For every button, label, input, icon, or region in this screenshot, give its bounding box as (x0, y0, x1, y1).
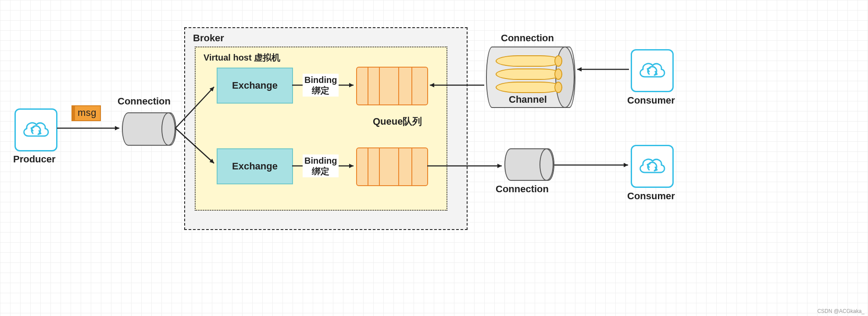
channel-tube-1 (496, 55, 562, 67)
connection-producer-cylinder (122, 112, 175, 144)
channel-tube-2 (496, 68, 562, 80)
consumer-2-label: Consumer (627, 190, 675, 202)
producer-label: Producer (13, 154, 56, 165)
consumer-2-icon (631, 145, 674, 188)
diagram-canvas: { "producer": { "label": "Producer" }, "… (0, 0, 868, 316)
binding-1-line1: Binding (304, 75, 337, 85)
consumer-1-label: Consumer (627, 95, 675, 106)
exchange-1: Exchange (217, 68, 293, 104)
queue-1 (356, 67, 426, 104)
channel-label: Channel (509, 94, 547, 105)
queue-2 (356, 147, 426, 184)
exchange-1-label: Exchange (232, 80, 278, 91)
channel-tube-3 (496, 82, 562, 93)
vhost-title: Virtual host 虚拟机 (204, 52, 280, 64)
connection-top-label: Connection (501, 32, 554, 44)
exchange-2-label: Exchange (232, 161, 278, 172)
binding-2-line1: Binding (304, 155, 337, 166)
binding-1-line2: 绑定 (304, 85, 337, 96)
binding-2-line2: 绑定 (304, 166, 337, 176)
queue-caption: Queue队列 (373, 115, 422, 128)
msg-label: msg (78, 107, 96, 118)
consumer-1-icon (631, 49, 674, 92)
msg-tag: msg (71, 105, 101, 121)
binding-1: Binding 绑定 (303, 74, 339, 97)
producer-icon (14, 108, 57, 151)
watermark: CSDN @ACGkaka_ (817, 308, 864, 314)
exchange-2: Exchange (217, 148, 293, 184)
binding-2: Binding 绑定 (303, 154, 339, 177)
connection-producer-label: Connection (118, 96, 171, 107)
broker-title: Broker (193, 32, 224, 44)
connection-bottom-cylinder (504, 148, 553, 179)
connection-bottom-label: Connection (496, 183, 549, 195)
